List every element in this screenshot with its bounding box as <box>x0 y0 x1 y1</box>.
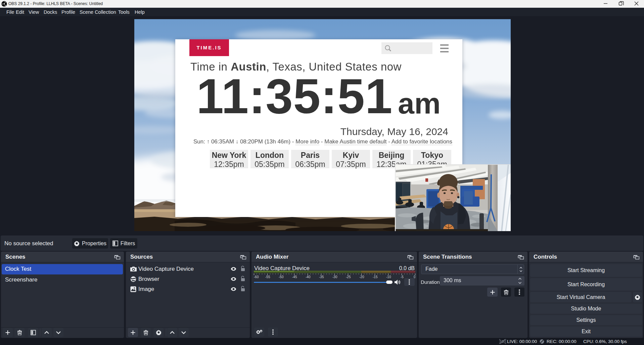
svg-text:-25: -25 <box>346 275 351 278</box>
svg-text:-35: -35 <box>319 275 324 278</box>
svg-text:-5: -5 <box>401 275 404 278</box>
svg-text:-55: -55 <box>265 275 270 278</box>
svg-text:-60: -60 <box>254 275 259 278</box>
svg-text:-10: -10 <box>386 275 391 278</box>
svg-text:-30: -30 <box>332 275 337 278</box>
svg-text:-20: -20 <box>359 275 364 278</box>
svg-text:-45: -45 <box>292 275 297 278</box>
svg-text:-50: -50 <box>279 275 284 278</box>
svg-text:0: 0 <box>414 275 415 278</box>
svg-text:-40: -40 <box>306 275 311 278</box>
svg-text:-15: -15 <box>373 275 378 278</box>
